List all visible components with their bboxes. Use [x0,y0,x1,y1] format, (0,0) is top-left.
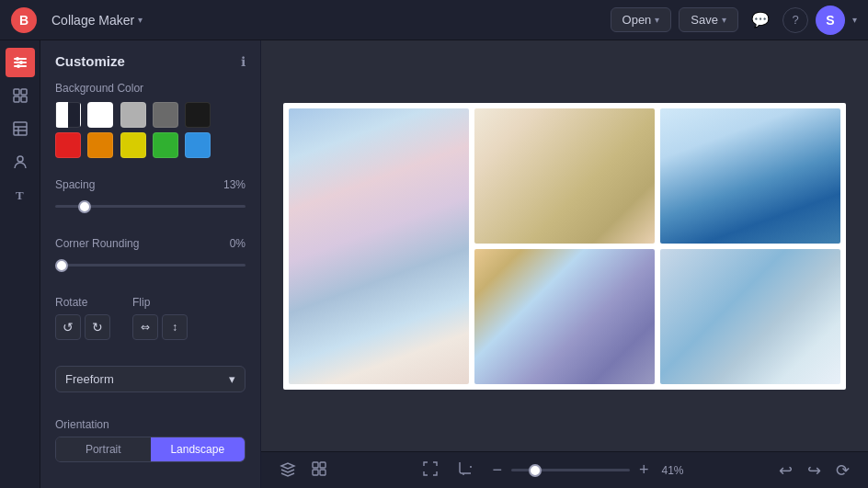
avatar-chevron-icon[interactable]: ▾ [852,15,857,25]
orientation-label: Orientation [55,418,246,431]
svg-rect-17 [320,462,326,468]
svg-point-5 [17,64,20,68]
save-button[interactable]: Save ▾ [679,7,738,32]
undo-button[interactable]: ↩ [775,457,796,484]
user-avatar[interactable]: S [816,6,845,35]
app-logo: B [11,7,37,33]
corner-slider[interactable] [55,264,246,267]
app-name-button[interactable]: Collage Maker ▾ [44,9,150,31]
landscape-button[interactable]: Landscape [151,437,246,461]
zoom-control: − + 41% [488,457,687,483]
bottom-bar: − + 41% ↩ ↪ ⟳ [261,451,868,488]
canvas-container[interactable] [261,40,868,451]
layers-icon-button[interactable] [276,457,300,484]
app-chevron-icon: ▾ [138,15,143,25]
svg-rect-10 [14,122,27,135]
svg-rect-16 [313,462,318,468]
grid-icon-button[interactable] [307,457,331,484]
bottom-left [276,457,331,484]
corner-value: 0% [230,237,246,250]
svg-point-14 [17,156,23,162]
topbar: B Collage Maker ▾ Open ▾ Save ▾ 💬 ? S ▾ [0,0,868,40]
main-layout: T Customize ℹ Background Color [0,40,868,488]
open-button[interactable]: Open ▾ [611,7,672,32]
bg-color-label: Background Color [55,82,246,95]
corner-label: Corner Rounding [55,237,139,250]
layout-dropdown[interactable]: Freeform ▾ [55,366,246,392]
collage-board [283,103,846,390]
orientation-buttons: Portrait Landscape [55,437,246,462]
rotate-left-button[interactable]: ↺ [55,314,81,340]
spacing-value: 13% [223,178,246,191]
sidebar-item-table[interactable] [6,114,35,143]
svg-rect-8 [14,96,19,102]
svg-rect-18 [313,470,318,475]
svg-rect-6 [14,89,19,95]
spacing-section: Spacing 13% [40,175,260,233]
rotate-label: Rotate [55,296,110,309]
swatch-orange[interactable] [87,132,113,158]
open-chevron-icon: ▾ [655,15,659,25]
chat-icon-button[interactable]: 💬 [746,6,775,35]
flip-vertical-button[interactable]: ↕ [162,314,188,340]
portrait-button[interactable]: Portrait [56,437,151,461]
zoom-slider[interactable] [511,469,630,471]
swatch-black[interactable] [185,102,211,128]
redo-button[interactable]: ↪ [804,457,825,484]
rotate-flip-section: Rotate ↺ ↻ Flip ⇔ ↕ [40,292,260,362]
sidebar-item-text[interactable]: T [6,180,35,210]
dimensions-section: Width px ▲ ▼ Height px [40,484,260,488]
corner-section: Corner Rounding 0% [40,233,260,292]
zoom-in-button[interactable]: + [635,457,653,483]
swatch-half[interactable] [55,102,81,128]
color-swatches [55,102,246,158]
svg-rect-19 [320,470,326,475]
collage-cell-2[interactable] [474,108,655,244]
layout-section: Freeform ▾ [40,362,260,414]
sidebar-item-filters[interactable] [6,48,35,77]
orientation-section: Orientation Portrait Landscape [40,414,260,484]
collage-cell-4[interactable] [474,249,655,384]
collage-cell-5[interactable] [660,249,840,384]
svg-point-3 [16,57,19,61]
canvas-area: − + 41% ↩ ↪ ⟳ [261,40,868,488]
crop-icon-button[interactable] [453,457,477,484]
svg-rect-7 [21,89,27,95]
customize-panel: Customize ℹ Background Color [40,40,261,488]
swatch-red[interactable] [55,132,81,158]
history-button[interactable]: ⟳ [832,457,853,484]
icon-sidebar: T [0,40,40,488]
svg-point-4 [19,61,23,64]
svg-text:T: T [16,188,24,202]
save-chevron-icon: ▾ [722,15,726,25]
sidebar-item-people[interactable] [6,147,35,176]
swatch-white[interactable] [87,102,113,128]
bg-color-section: Background Color [40,78,260,175]
bottom-center: − + 41% [342,457,764,484]
panel-title: Customize [55,53,125,69]
swatch-light-gray[interactable] [120,102,146,128]
swatch-dark-gray[interactable] [153,102,178,128]
app-name-label: Collage Maker [51,13,134,28]
collage-cell-3[interactable] [660,108,840,244]
spacing-label: Spacing [55,178,95,191]
bottom-right: ↩ ↪ ⟳ [775,457,853,484]
zoom-percent: 41% [658,464,688,477]
swatch-yellow[interactable] [120,132,146,158]
flip-label: Flip [132,296,188,309]
info-icon[interactable]: ℹ [241,54,246,69]
sidebar-item-grid[interactable] [6,81,35,110]
swatch-blue[interactable] [185,132,211,158]
fit-screen-icon-button[interactable] [418,457,442,484]
layout-chevron-icon: ▾ [229,372,235,386]
swatch-green[interactable] [153,132,178,158]
svg-rect-9 [21,96,27,102]
spacing-slider[interactable] [55,205,246,208]
flip-horizontal-button[interactable]: ⇔ [132,314,158,340]
zoom-out-button[interactable]: − [488,457,506,483]
collage-cell-1[interactable] [289,108,469,384]
rotate-right-button[interactable]: ↻ [85,314,110,340]
panel-header: Customize ℹ [40,40,260,78]
help-icon-button[interactable]: ? [782,7,808,33]
topbar-actions: Open ▾ Save ▾ 💬 ? S ▾ [611,6,857,35]
